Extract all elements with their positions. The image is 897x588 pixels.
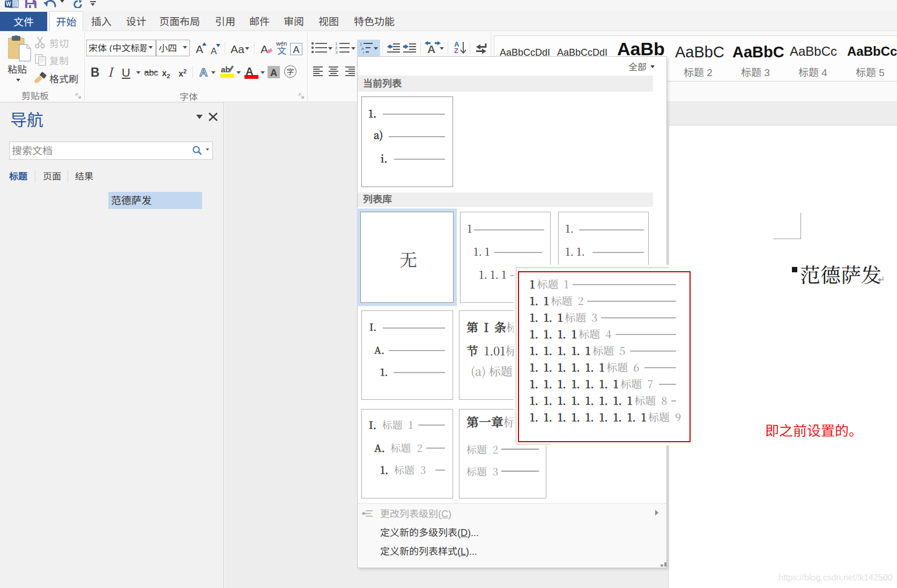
svg-text:i: i (363, 50, 364, 55)
svg-text:W: W (6, 1, 11, 7)
svg-text:3: 3 (335, 50, 338, 54)
